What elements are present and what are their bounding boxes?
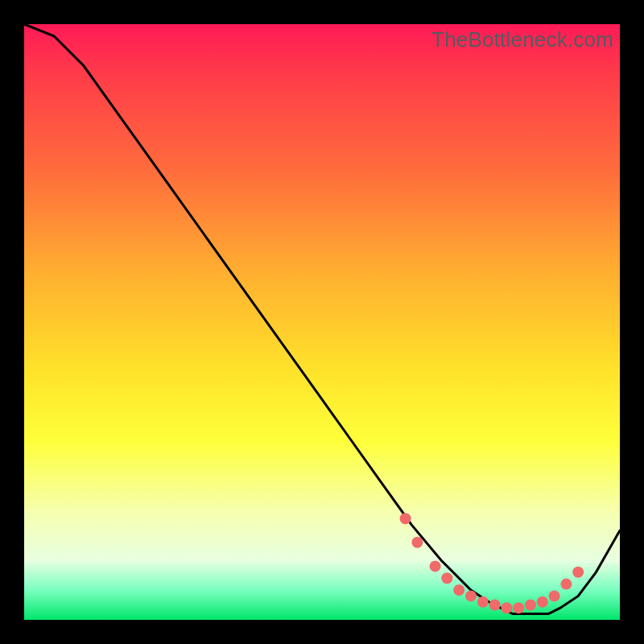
marker-dot: [411, 537, 423, 548]
marker-dot: [549, 590, 560, 601]
bottleneck-curve: [24, 24, 620, 614]
marker-dot: [501, 602, 512, 613]
marker-dot: [441, 572, 452, 584]
marker-dot: [489, 600, 501, 611]
marker-dot: [560, 579, 572, 590]
marker-dot: [537, 597, 548, 608]
marker-dot: [513, 602, 524, 613]
plot-area: TheBottleneck.com: [24, 24, 620, 620]
marker-dot: [572, 567, 584, 578]
marker-dot: [465, 590, 477, 601]
marker-dot: [525, 600, 536, 611]
marker-dot: [400, 513, 411, 524]
marker-dot: [477, 597, 489, 608]
marker-dot: [430, 560, 441, 572]
bottom-dots: [400, 513, 584, 613]
curve-layer: [24, 24, 620, 620]
marker-dot: [453, 584, 464, 596]
chart-frame: TheBottleneck.com: [0, 0, 644, 644]
